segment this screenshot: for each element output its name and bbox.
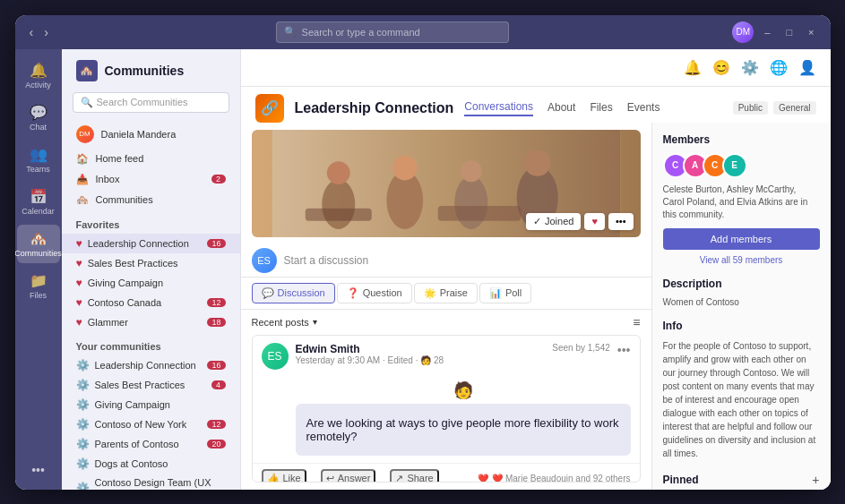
svg-rect-11 xyxy=(437,206,520,221)
post-actions: 👍 Like ↩ Answer ↗ Share xyxy=(253,463,640,483)
joined-button[interactable]: ✓ Joined xyxy=(526,213,581,230)
sidebar-item-teams[interactable]: 👥 Teams xyxy=(17,141,60,179)
fav-sales[interactable]: ♥ Sales Best Practices xyxy=(62,253,240,273)
tab-praise[interactable]: 🌟 Praise xyxy=(414,283,478,303)
fav-contoso-canada[interactable]: ♥ Contoso Canada 12 xyxy=(62,293,240,312)
description-text: Women of Contoso xyxy=(663,297,820,307)
hero-more-button[interactable]: ••• xyxy=(608,213,634,230)
sidebar-search: 🔍 xyxy=(73,92,229,113)
post-body: 🧑 Are we looking at ways to give people … xyxy=(253,373,640,463)
tab-discussion[interactable]: 💬 Discussion xyxy=(252,283,335,303)
filter-icon[interactable]: ≡ xyxy=(633,315,640,329)
post-more-button[interactable]: ••• xyxy=(617,343,631,357)
post-edited-text: · Edited xyxy=(383,355,413,365)
sidebar-search-input[interactable] xyxy=(97,97,221,107)
top-bar-icons: 🔔 😊 ⚙️ 🌐 👤 xyxy=(684,59,816,76)
sidebar-item-files[interactable]: 📁 Files xyxy=(17,267,60,305)
comm-item-cdt[interactable]: ⚙️ Contoso Design Team (UX Des... xyxy=(62,474,240,490)
comm-item-cny[interactable]: ⚙️ Contoso of New York 12 xyxy=(62,414,240,434)
search-input-top[interactable] xyxy=(302,27,481,38)
post-author-avatar: ES xyxy=(262,343,289,370)
close-button[interactable]: × xyxy=(803,25,819,39)
sidebar-item-more[interactable]: ••• xyxy=(17,457,60,483)
heart-icon-sales: ♥ xyxy=(76,257,82,269)
title-bar-search: 🔍 xyxy=(59,21,725,43)
pinned-header: Pinned + xyxy=(663,473,820,487)
discussion-avatar: ES xyxy=(252,248,277,273)
comm-item-gc[interactable]: ⚙️ Giving Campaign xyxy=(62,395,240,414)
channel-name: Leadership Connection xyxy=(295,100,454,116)
members-section: Members C A C E Celeste Burton, Ashley M… xyxy=(663,133,820,265)
title-bar: ‹ › 🔍 DM – □ × xyxy=(15,15,831,49)
sidebar-item-communities[interactable]: 🏘️ Communities xyxy=(17,225,60,263)
more-dots: ••• xyxy=(31,463,45,477)
tab-conversations[interactable]: Conversations xyxy=(464,100,533,116)
bell-icon[interactable]: 🔔 xyxy=(684,59,702,76)
heart-reaction-icon: ❤️ xyxy=(478,474,488,483)
sidebar-nav-inbox[interactable]: 📥 Inbox 2 xyxy=(62,169,240,190)
joined-check-icon: ✓ xyxy=(533,216,541,227)
chevron-down-icon: ▾ xyxy=(313,317,317,327)
avatar[interactable]: DM xyxy=(732,21,754,43)
description-title: Description xyxy=(663,278,820,290)
communities-nav-label: Communities xyxy=(96,194,153,205)
inbox-label: Inbox xyxy=(96,174,120,184)
recent-posts-label[interactable]: Recent posts ▾ xyxy=(252,317,317,328)
add-members-button[interactable]: Add members xyxy=(663,228,820,250)
forward-button[interactable]: › xyxy=(40,23,52,41)
search-bar-top: 🔍 xyxy=(276,21,509,43)
tab-question[interactable]: ❓ Question xyxy=(337,283,412,303)
profile-icon[interactable]: 👤 xyxy=(798,59,816,76)
add-pinned-button[interactable]: + xyxy=(812,473,819,487)
sidebar-item-activity[interactable]: 🔔 Activity xyxy=(17,56,60,95)
sidebar-item-chat[interactable]: 💬 Chat xyxy=(17,98,60,137)
svg-point-5 xyxy=(392,155,417,180)
minimize-button[interactable]: – xyxy=(759,25,775,39)
answer-button[interactable]: ↩ Answer xyxy=(321,469,376,483)
fav-leadership[interactable]: ♥ Leadership Connection 16 xyxy=(62,234,240,253)
comm-cny-label: Contoso of New York xyxy=(95,419,187,430)
start-discussion-input[interactable]: Start a discussion xyxy=(284,254,369,267)
pinned-title: Pinned xyxy=(663,474,699,486)
sidebar-header: 🏘️ Communities xyxy=(62,49,240,89)
comm-item-dogs[interactable]: ⚙️ Dogs at Contoso xyxy=(62,454,240,474)
fav-glammer[interactable]: ♥ Glammer 18 xyxy=(62,312,240,332)
share-button[interactable]: ↗ Share xyxy=(390,469,438,483)
svg-point-6 xyxy=(454,175,487,228)
emoji-icon[interactable]: 😊 xyxy=(712,59,730,76)
back-button[interactable]: ‹ xyxy=(26,23,38,41)
comm-item-sbp[interactable]: ⚙️ Sales Best Practices 4 xyxy=(62,375,240,395)
maximize-button[interactable]: □ xyxy=(780,25,798,39)
fav-giving[interactable]: ♥ Giving Campaign xyxy=(62,273,240,293)
fav-giving-label: Giving Campaign xyxy=(88,278,163,288)
heart-icon-leadership: ♥ xyxy=(76,237,82,250)
favorites-section-header: Favorites xyxy=(62,210,240,234)
members-avatars: C A C E xyxy=(663,153,820,178)
post-seen-count: Seen by 1,542 xyxy=(552,343,610,353)
sidebar-nav-communities[interactable]: 🏘️ Communities xyxy=(62,190,240,210)
globe-icon[interactable]: 🌐 xyxy=(770,59,788,76)
tab-poll[interactable]: 📊 Poll xyxy=(479,283,531,303)
channel-logo: 🔗 xyxy=(255,94,284,123)
tab-about[interactable]: About xyxy=(548,101,575,115)
comm-icon-gc: ⚙️ xyxy=(76,398,90,411)
settings-icon[interactable]: ⚙️ xyxy=(741,59,759,76)
sidebar-item-calendar[interactable]: 📅 Calendar xyxy=(17,183,60,221)
calendar-icon: 📅 xyxy=(30,188,47,205)
tab-files[interactable]: Files xyxy=(590,101,612,115)
hero-heart-button[interactable]: ♥ xyxy=(584,213,605,230)
files-icon: 📁 xyxy=(30,272,47,289)
tab-events[interactable]: Events xyxy=(627,101,660,115)
teams-icon: 👥 xyxy=(30,146,47,163)
share-label: Share xyxy=(407,473,433,482)
fav-canada-badge: 12 xyxy=(207,298,225,307)
sidebar-user[interactable]: DM Daniela Mandera xyxy=(62,120,240,149)
post-author-name: Edwin Smith xyxy=(296,343,546,355)
like-button[interactable]: 👍 Like xyxy=(262,469,306,483)
comm-item-poc[interactable]: ⚙️ Parents of Contoso 20 xyxy=(62,434,240,454)
sidebar-nav-home[interactable]: 🏠 Home feed xyxy=(62,149,240,169)
comm-poc-label: Parents of Contoso xyxy=(95,439,179,449)
comm-lc-label: Leadership Connection xyxy=(95,360,196,371)
comm-item-lc[interactable]: ⚙️ Leadership Connection 16 xyxy=(62,355,240,375)
view-all-members-link[interactable]: View all 59 members xyxy=(663,255,820,265)
